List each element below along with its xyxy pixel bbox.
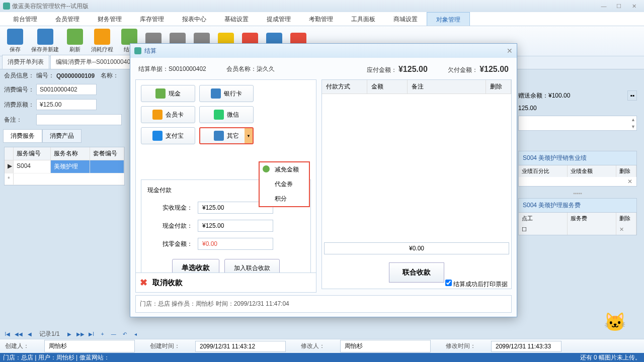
menu-3[interactable]: 库存管理: [131, 12, 173, 26]
toolbar-保存并新建[interactable]: 保存并新建: [27, 28, 63, 54]
cancel-pay-bar: ✖ 取消收款: [135, 273, 316, 293]
nav-add-button[interactable]: +: [98, 329, 107, 338]
table-row[interactable]: ▶ S004 美颈护理: [5, 160, 124, 173]
gift-more-button[interactable]: ▪▪: [627, 90, 637, 101]
menu-4[interactable]: 报表中心: [173, 12, 215, 26]
app-title: 傲蓝美容院管理软件--试用版: [12, 2, 89, 11]
tab-order-list[interactable]: 消费开单列表: [2, 55, 49, 69]
other-payment-dropdown: 减免金额代金券积分: [259, 161, 310, 207]
gift-balance-field[interactable]: ¥100.00: [548, 92, 625, 99]
table-new-row[interactable]: *: [5, 173, 124, 185]
dropdown-item-0[interactable]: 减免金额: [260, 162, 309, 177]
dropdown-item-1[interactable]: 代金券: [260, 177, 309, 192]
paymode-支付宝[interactable]: 支付宝: [141, 127, 195, 144]
subtab-service[interactable]: 消费服务: [3, 129, 42, 143]
cancel-icon: ✖: [140, 277, 147, 288]
paymode-微信[interactable]: 微信: [199, 106, 254, 123]
combo-pay-button[interactable]: 联合收款: [389, 262, 444, 283]
minimize-button[interactable]: —: [597, 2, 611, 10]
dialog-footer: 门店：总店 操作员：周怡杉 时间：2099/12/31 11:47:04: [135, 295, 512, 313]
paymode-银行卡[interactable]: 银行卡: [199, 85, 254, 102]
window-titlebar: 傲蓝美容院管理软件--试用版 — ☐ ✕: [0, 0, 644, 12]
tab-edit-order[interactable]: 编辑消费开单--S0010000402: [50, 55, 139, 69]
payment-total: ¥0.00: [324, 242, 509, 254]
nav-undo-button[interactable]: ↶: [120, 329, 129, 338]
ctime-field: 2099/12/31 11:43:12: [195, 341, 286, 352]
toolbar-刷新[interactable]: 刷新: [63, 28, 87, 54]
nav-more-button[interactable]: ◂: [131, 329, 140, 338]
nav-prev-button[interactable]: ◀: [25, 329, 34, 338]
paymode-现金[interactable]: 现金: [141, 85, 195, 102]
toolbar-消耗疗程[interactable]: 消耗疗程: [87, 28, 117, 54]
menu-1[interactable]: 会员管理: [46, 12, 89, 26]
payment-left-panel: 现金银行卡会员卡微信支付宝其它▼ 减免金额代金券积分 现金付款 实收现金：现金付…: [135, 79, 316, 289]
status-bar: 门店：总店 | 用户：周怡杉 | 傲蓝网站： 还有 0 幅图片未上传。: [0, 353, 644, 362]
app-logo-icon: [3, 3, 10, 10]
panel-close-icon[interactable]: ✕: [519, 177, 636, 186]
bottom-info-bar: 创建人： 周怡杉 创建时间： 2099/12/31 11:43:12 修改人： …: [0, 339, 644, 353]
amount-field[interactable]: ¥125.00: [36, 99, 97, 110]
menu-9[interactable]: 商城设置: [384, 12, 427, 26]
menu-7[interactable]: 考勤管理: [300, 12, 342, 26]
dialog-logo-icon: [134, 47, 141, 54]
menu-10[interactable]: 对象管理: [427, 12, 470, 26]
paymode-会员卡[interactable]: 会员卡: [141, 106, 195, 123]
mascot-icon: 🐱: [604, 312, 634, 337]
nav-prevpage-button[interactable]: ◀◀: [14, 329, 23, 338]
payment-right-panel: 付款方式金额备注删除 ¥0.00 联合收款: [321, 79, 512, 289]
dialog-titlebar: 结算 ✕: [130, 44, 517, 58]
maximize-button[interactable]: ☐: [612, 2, 626, 10]
nav-del-button[interactable]: —: [109, 329, 118, 338]
modifier-field: 周怡杉: [340, 340, 431, 352]
close-button[interactable]: ✕: [627, 2, 641, 10]
order-no-field[interactable]: S0010000402: [36, 84, 97, 95]
dialog-close-button[interactable]: ✕: [507, 47, 513, 55]
mtime-field: 2099/12/31 11:43:33: [491, 341, 561, 352]
cash-input-1[interactable]: [198, 220, 273, 232]
cancel-pay-button[interactable]: 取消收款: [152, 278, 183, 288]
menu-5[interactable]: 基础设置: [215, 12, 258, 26]
sales-perf-panel: S004 美颈护理销售业绩 业绩百分比 业绩金额 删除 ✕: [518, 151, 637, 187]
nav-next-button[interactable]: ▶: [65, 329, 74, 338]
service-fee-panel: S004 美颈护理服务费 点工 服务费 删除 ☐✕: [518, 198, 637, 235]
nav-last-button[interactable]: ▶I: [87, 329, 96, 338]
service-grid: 服务编号 服务名称 套餐编号 ▶ S004 美颈护理 *: [4, 147, 125, 186]
paymode-其它[interactable]: 其它▼: [199, 127, 254, 144]
cash-input-2[interactable]: [198, 238, 273, 250]
right-amount-field[interactable]: 125.00: [518, 105, 637, 112]
creator-field: 周怡杉: [44, 340, 135, 352]
checkbox-icon[interactable]: ☐: [519, 224, 568, 235]
record-navigator: I◀ ◀◀ ◀ 记录1/1 ▶ ▶▶ ▶I + — ↶ ◂: [3, 328, 641, 340]
settlement-dialog: 结算 ✕ 结算单据：S0010000402 会员名称：柒久久 应付金额： ¥12…: [130, 43, 517, 317]
menu-8[interactable]: 工具面板: [342, 12, 384, 26]
toolbar-保存[interactable]: 保存: [3, 28, 27, 54]
subtab-product[interactable]: 消费产品: [42, 129, 82, 143]
menu-0[interactable]: 前台管理: [4, 12, 46, 26]
row-close-icon[interactable]: ✕: [616, 224, 636, 235]
dropdown-item-2[interactable]: 积分: [260, 192, 309, 206]
menu-2[interactable]: 财务管理: [89, 12, 131, 26]
menu-6[interactable]: 提成管理: [258, 12, 300, 26]
main-menubar: 前台管理会员管理财务管理库存管理报表中心基础设置提成管理考勤管理工具面板商城设置…: [0, 12, 644, 26]
nav-first-button[interactable]: I◀: [3, 329, 12, 338]
print-receipt-checkbox[interactable]: 结算成功后打印票据: [445, 281, 508, 288]
nav-nextpage-button[interactable]: ▶▶: [76, 329, 85, 338]
chevron-down-icon[interactable]: ▼: [245, 128, 253, 143]
remark-field[interactable]: [36, 114, 122, 125]
